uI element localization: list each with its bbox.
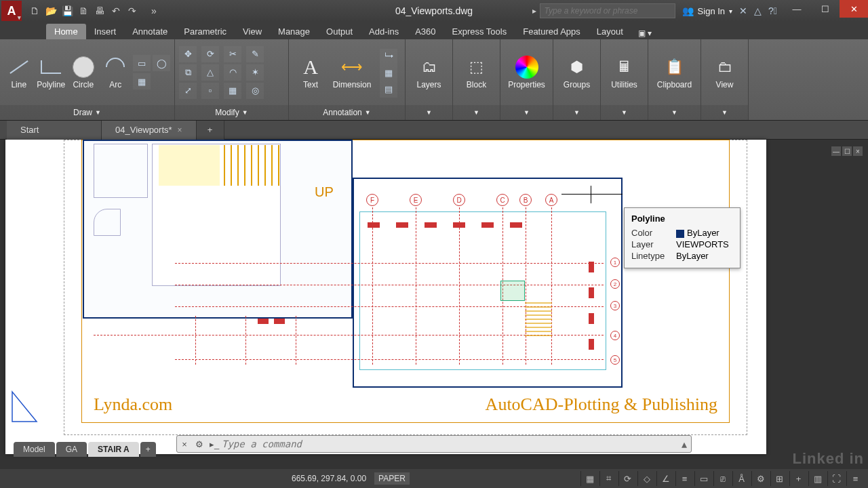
tab-express[interactable]: Express Tools <box>444 24 515 39</box>
snap-icon[interactable]: ⌗ <box>599 471 617 486</box>
minimize-button[interactable]: — <box>783 0 811 18</box>
tab-start[interactable]: Start <box>7 121 102 140</box>
units-icon[interactable]: ▥ <box>808 471 826 486</box>
tab-featured[interactable]: Featured Apps <box>515 24 589 39</box>
sign-in-button[interactable]: 👥 Sign In ▾ <box>682 5 732 16</box>
cycling-icon[interactable]: ⎚ <box>713 471 731 486</box>
undo-icon[interactable]: ↶ <box>108 3 123 18</box>
osnap-icon[interactable]: ◇ <box>637 471 655 486</box>
vp-close-icon[interactable]: × <box>853 146 863 156</box>
layout-model[interactable]: Model <box>14 442 55 457</box>
layout-ga[interactable]: GA <box>56 442 87 457</box>
app-menu-icon[interactable]: A <box>1 1 22 21</box>
vp-max-icon[interactable]: ☐ <box>842 146 852 156</box>
drawing-area[interactable]: UP F E D C B A 1 2 3 4 5 <box>0 140 868 458</box>
otrack-icon[interactable]: ∠ <box>656 471 674 486</box>
saveas-icon[interactable]: 🗎 <box>76 3 91 18</box>
erase-icon[interactable]: ✎ <box>246 46 264 62</box>
annovis-icon[interactable]: ⚙ <box>751 471 769 486</box>
lineweight-icon[interactable]: ≡ <box>675 471 693 486</box>
command-input[interactable] <box>222 439 677 449</box>
move-icon[interactable]: ✥ <box>179 46 197 62</box>
tab-parametric[interactable]: Parametric <box>176 24 235 39</box>
offset-icon[interactable]: ◎ <box>246 83 264 99</box>
maximize-button[interactable]: ☐ <box>811 0 840 18</box>
view-button[interactable]: 🗀View <box>705 56 744 89</box>
space-indicator[interactable]: PAPER <box>374 472 410 485</box>
stretch-icon[interactable]: ⤢ <box>179 83 197 99</box>
search-input[interactable] <box>540 3 675 18</box>
tab-a360[interactable]: A360 <box>407 24 443 39</box>
rectangle-icon[interactable]: ▭ <box>133 55 151 71</box>
command-line[interactable]: × ⚙ ▸_ ▴ <box>176 435 692 453</box>
vp-min-icon[interactable]: — <box>831 146 841 156</box>
tab-view[interactable]: View <box>235 24 270 39</box>
tab-annotate[interactable]: Annotate <box>124 24 176 39</box>
viewport-2[interactable] <box>353 178 623 388</box>
tab-file[interactable]: 04_Viewports*× <box>102 121 197 140</box>
tab-output[interactable]: Output <box>318 24 361 39</box>
groups-button[interactable]: ⬢Groups <box>557 56 596 89</box>
svg-marker-0 <box>12 392 37 422</box>
a360-icon[interactable]: △ <box>754 5 762 16</box>
table-icon[interactable]: ▦ <box>380 65 397 81</box>
transparency-icon[interactable]: ▭ <box>694 471 712 486</box>
viewport-1[interactable]: UP <box>83 140 353 319</box>
clipboard-button[interactable]: 📋Clipboard <box>652 56 696 89</box>
tab-insert[interactable]: Insert <box>86 24 125 39</box>
tab-manage[interactable]: Manage <box>270 24 318 39</box>
dimension-button[interactable]: ⟷Dimension <box>331 56 373 89</box>
search-dropdown-icon[interactable]: ▸ <box>529 6 540 16</box>
circle-button[interactable]: Circle <box>68 56 98 89</box>
text-button[interactable]: AText <box>293 56 328 89</box>
file-tabs: Start 04_Viewports*× + <box>0 121 868 140</box>
mirror-icon[interactable]: △ <box>201 64 219 81</box>
cmd-history-icon[interactable]: ▴ <box>677 438 691 451</box>
tab-layout[interactable]: Layout <box>589 24 631 39</box>
panel-cycle-icon[interactable]: ▣ ▾ <box>638 28 652 38</box>
utilities-button[interactable]: 🖩Utilities <box>605 56 644 89</box>
polyline-button[interactable]: Polyline <box>37 56 66 89</box>
clean-icon[interactable]: ⛶ <box>827 471 845 486</box>
trim-icon[interactable]: ✂ <box>224 46 241 62</box>
tab-addins[interactable]: Add-ins <box>361 24 407 39</box>
copy-icon[interactable]: ⧉ <box>179 64 197 81</box>
monitor-icon[interactable]: + <box>789 471 807 486</box>
annoscale-icon[interactable]: Å <box>732 471 750 486</box>
hatch-icon[interactable]: ▦ <box>133 73 151 89</box>
close-tab-icon[interactable]: × <box>178 125 182 135</box>
mtext-icon[interactable]: ▤ <box>380 81 397 98</box>
qat-more-icon[interactable]: » <box>146 3 161 18</box>
scale-icon[interactable]: ▫ <box>201 83 219 99</box>
rotate-icon[interactable]: ⟳ <box>201 46 219 62</box>
cmd-settings-icon[interactable]: ⚙ <box>192 439 207 449</box>
redo-icon[interactable]: ↷ <box>125 3 140 18</box>
open-icon[interactable]: 📂 <box>43 3 58 18</box>
layout-stair-a[interactable]: STAIR A <box>88 442 139 457</box>
arc-button[interactable]: Arc <box>101 56 131 89</box>
layers-button[interactable]: 🗂Layers <box>410 56 448 89</box>
new-icon[interactable]: 🗋 <box>27 3 42 18</box>
workspace-icon[interactable]: ⊞ <box>770 471 788 486</box>
exchange-icon[interactable]: ✕ <box>739 5 747 16</box>
cmd-close-icon[interactable]: × <box>177 439 192 449</box>
tab-home[interactable]: Home <box>46 24 86 39</box>
plot-icon[interactable]: 🖶 <box>92 3 107 18</box>
properties-button[interactable]: Properties <box>505 56 549 89</box>
fillet-icon[interactable]: ◠ <box>224 64 241 81</box>
grid-icon[interactable]: ▦ <box>580 471 598 486</box>
polar-icon[interactable]: ⟳ <box>618 471 636 486</box>
block-button[interactable]: ⬚Block <box>457 56 496 89</box>
ellipse-icon[interactable]: ◯ <box>153 55 170 71</box>
tab-add[interactable]: + <box>197 121 224 140</box>
line-button[interactable]: Line <box>4 56 34 89</box>
close-button[interactable]: ✕ <box>840 0 868 18</box>
custom-icon[interactable]: ≡ <box>846 471 864 486</box>
save-icon[interactable]: 💾 <box>60 3 75 18</box>
leader-icon[interactable]: ⮡ <box>380 49 397 65</box>
array-icon[interactable]: ▦ <box>224 83 241 99</box>
explode-icon[interactable]: ✶ <box>246 64 264 81</box>
paper-space[interactable]: UP F E D C B A 1 2 3 4 5 <box>5 140 766 454</box>
layout-add[interactable]: + <box>140 442 156 457</box>
help-icon[interactable]: ?⃝ <box>768 5 777 16</box>
